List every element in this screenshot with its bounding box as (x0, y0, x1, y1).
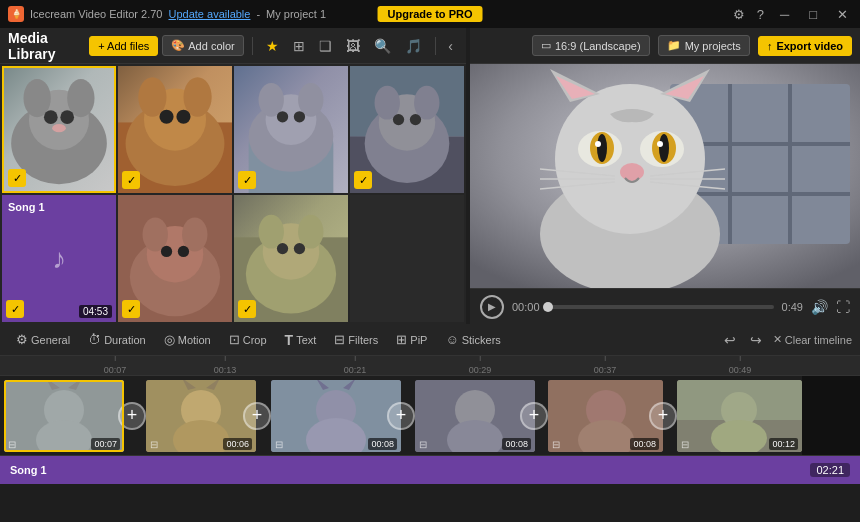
song-note-icon: ♪ (52, 243, 66, 275)
song-track-duration: 02:21 (810, 463, 850, 477)
toolbar-separator-2 (435, 37, 436, 55)
ruler-mark-5: 00:37 (594, 365, 617, 375)
text-tool[interactable]: T Text (277, 329, 325, 351)
add-clip-button-2[interactable]: + (243, 402, 271, 430)
text-icon: T (285, 332, 294, 348)
stickers-label: Stickers (462, 334, 501, 346)
filters-tool[interactable]: ⊟ Filters (326, 329, 386, 350)
maximize-button[interactable]: □ (805, 7, 821, 22)
close-button[interactable]: ✕ (833, 7, 852, 22)
add-clip-button-3[interactable]: + (387, 402, 415, 430)
timeline-actions: ↩ ↪ ✕ Clear timeline (721, 329, 852, 351)
clip-duration-3: 00:08 (368, 438, 397, 450)
grid2-button[interactable]: ❑ (314, 35, 337, 57)
media-library-panel: Media Library + Add files 🎨 Add color ★ … (0, 28, 466, 324)
motion-tool[interactable]: ◎ Motion (156, 329, 219, 350)
minimize-button[interactable]: ─ (776, 7, 793, 22)
stickers-tool[interactable]: ☺ Stickers (437, 329, 508, 350)
media-item[interactable]: ✓ (118, 66, 232, 193)
collapse-button[interactable]: ‹ (443, 35, 458, 57)
clip-icon-4: ⊟ (419, 439, 427, 450)
timeline-section: ⚙ General ⏱ Duration ◎ Motion ⊡ Crop T T… (0, 324, 860, 492)
image-filter-button[interactable]: 🖼 (341, 35, 365, 57)
clip-icon-1: ⊟ (8, 439, 16, 450)
check-mark: ✓ (122, 171, 140, 189)
timeline-clip-1[interactable]: 00:07 ⊟ (4, 380, 124, 452)
crop-tool[interactable]: ⊡ Crop (221, 329, 275, 350)
add-clip-button-5[interactable]: + (649, 402, 677, 430)
check-mark: ✓ (8, 169, 26, 187)
total-time: 0:49 (782, 301, 803, 313)
timeline-clip-3[interactable]: 00:08 ⊟ (271, 380, 401, 452)
timeline-clip-2[interactable]: 00:06 ⊟ (146, 380, 256, 452)
filters-label: Filters (348, 334, 378, 346)
redo-button[interactable]: ↪ (747, 329, 765, 351)
update-link[interactable]: Update available (168, 8, 250, 20)
video-track: 00:07 ⊟ + 00:06 ⊟ (0, 376, 860, 456)
svg-point-28 (410, 114, 421, 125)
clear-timeline-button[interactable]: ✕ Clear timeline (773, 333, 852, 346)
add-clip-button-4[interactable]: + (520, 402, 548, 430)
volume-icon[interactable]: 🔊 (811, 299, 828, 315)
grid4-button[interactable]: ⊞ (288, 35, 310, 57)
duration-tool[interactable]: ⏱ Duration (80, 329, 154, 350)
add-files-button[interactable]: + Add files (89, 36, 158, 56)
general-icon: ⚙ (16, 332, 28, 347)
timeline-clip-6[interactable]: 00:12 ⊟ (677, 380, 802, 452)
media-item[interactable]: ✓ (234, 66, 348, 193)
separator: - (256, 8, 260, 20)
my-projects-label: My projects (685, 40, 741, 52)
upgrade-button[interactable]: Upgrade to PRO (378, 6, 483, 22)
svg-point-50 (555, 84, 705, 234)
close-icon: ✕ (773, 333, 782, 346)
play-button[interactable]: ▶ (480, 295, 504, 319)
ruler-mark-1: 00:07 (104, 365, 127, 375)
titlebar-center: Upgrade to PRO (378, 6, 483, 22)
aspect-ratio-button[interactable]: ▭ 16:9 (Landscape) (532, 35, 650, 56)
duration-icon: ⏱ (88, 332, 101, 347)
ruler-mark-6: 00:49 (729, 365, 752, 375)
search-button[interactable]: 🔍 (369, 35, 396, 57)
undo-button[interactable]: ↩ (721, 329, 739, 351)
help-icon[interactable]: ? (757, 7, 764, 22)
svg-point-13 (176, 110, 190, 124)
star-filter-button[interactable]: ★ (261, 35, 284, 57)
svg-point-12 (159, 110, 173, 124)
media-item[interactable]: ✓ (350, 66, 464, 193)
general-tool[interactable]: ⚙ General (8, 329, 78, 350)
clip-icon-3: ⊟ (275, 439, 283, 450)
svg-point-2 (23, 79, 50, 117)
general-label: General (31, 334, 70, 346)
progress-handle[interactable] (543, 302, 553, 312)
svg-point-63 (620, 163, 644, 181)
ruler-mark-2: 00:13 (214, 365, 237, 375)
timeline-clip-5[interactable]: 00:08 ⊟ (548, 380, 663, 452)
track-empty-area (802, 376, 860, 455)
media-item[interactable]: ✓ (2, 66, 116, 193)
media-toolbar: Media Library + Add files 🎨 Add color ★ … (0, 28, 466, 64)
music-filter-button[interactable]: 🎵 (400, 35, 427, 57)
svg-point-10 (138, 77, 166, 117)
media-grid: ✓ ✓ (0, 64, 466, 324)
media-item-song[interactable]: Song 1 ♪ 04:53 ✓ (2, 195, 116, 322)
clear-timeline-label: Clear timeline (785, 334, 852, 346)
my-projects-button[interactable]: 📁 My projects (658, 35, 750, 56)
add-clip-button-1[interactable]: + (118, 402, 146, 430)
export-video-button[interactable]: ↑ Export video (758, 36, 852, 56)
fullscreen-icon[interactable]: ⛶ (836, 299, 850, 315)
settings-icon[interactable]: ⚙ (733, 7, 745, 22)
pip-tool[interactable]: ⊞ PiP (388, 329, 435, 350)
clip-duration-1: 00:07 (91, 438, 120, 450)
crop-label: Crop (243, 334, 267, 346)
add-color-button[interactable]: 🎨 Add color (162, 35, 243, 56)
svg-point-59 (597, 134, 607, 162)
media-item[interactable]: ✓ (118, 195, 232, 322)
check-mark: ✓ (354, 171, 372, 189)
progress-bar[interactable] (548, 305, 774, 309)
duration-label: Duration (104, 334, 146, 346)
media-item[interactable]: ✓ (234, 195, 348, 322)
song-track[interactable]: Song 1 02:21 (0, 456, 860, 484)
motion-icon: ◎ (164, 332, 175, 347)
timeline-clip-4[interactable]: 00:08 ⊟ (415, 380, 535, 452)
preview-panel: ▭ 16:9 (Landscape) 📁 My projects ↑ Expor… (470, 28, 860, 324)
